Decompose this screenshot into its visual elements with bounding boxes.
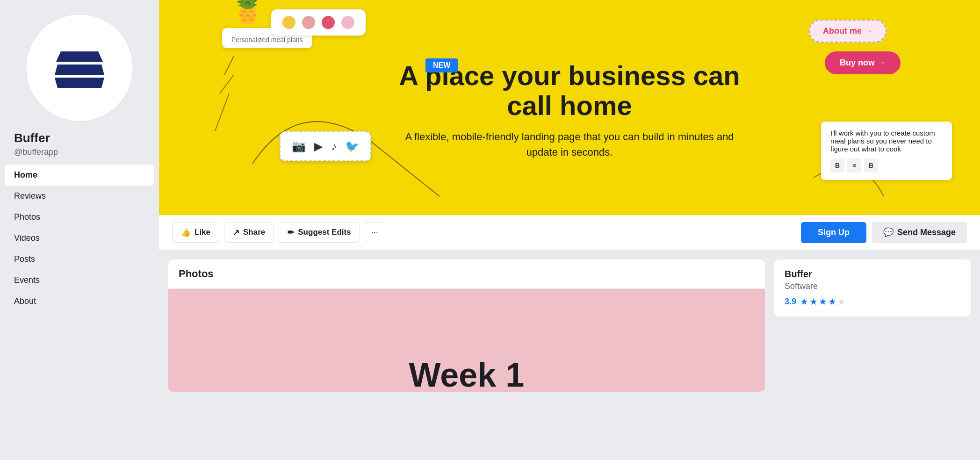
- share-icon: ↗: [233, 228, 239, 237]
- send-message-label: Send Message: [897, 228, 956, 237]
- meal-text-card: I'll work with you to create custom meal…: [821, 122, 952, 180]
- page-handle: @bufferapp: [14, 147, 58, 157]
- like-button[interactable]: 👍 Like: [172, 223, 219, 243]
- about-me-button[interactable]: About me →: [809, 20, 886, 43]
- sidebar-item-photos[interactable]: Photos: [5, 207, 154, 228]
- svg-marker-1: [55, 65, 104, 75]
- rating-number: 3.9: [785, 297, 796, 307]
- page-name: Buffer: [14, 131, 50, 145]
- tiktok-icon: ♪: [331, 140, 337, 153]
- dot-yellow: [282, 16, 295, 29]
- action-bar: 👍 Like ↗ Share ✏ Suggest Edits ··· Sign …: [159, 215, 980, 250]
- sidebar-item-reviews[interactable]: Reviews: [5, 186, 154, 207]
- photos-preview: Week 1: [168, 289, 765, 392]
- suggest-edits-label: Suggest Edits: [298, 228, 351, 237]
- youtube-icon: ▶: [314, 140, 323, 153]
- star-1: ★: [800, 296, 808, 307]
- toolbar-align[interactable]: ≡: [847, 158, 861, 172]
- sidebar-item-home[interactable]: Home: [5, 165, 154, 186]
- new-badge: NEW: [425, 58, 458, 72]
- star-5: ★: [837, 296, 846, 307]
- buffer-logo-svg: [54, 47, 105, 89]
- dot-red: [322, 16, 335, 29]
- content-area: Photos Week 1 Buffer Software 3.9 ★ ★ ★: [159, 250, 980, 401]
- info-sidebar: Buffer Software 3.9 ★ ★ ★ ★ ★: [774, 259, 971, 316]
- fruit-decoration: 🍍: [229, 0, 267, 26]
- main-content: 🍍 Personalized meal plans NEW A place yo…: [159, 0, 980, 401]
- instagram-icon: 📷: [292, 140, 306, 153]
- sidebar-item-events[interactable]: Events: [5, 270, 154, 291]
- dot-pink: [341, 16, 354, 29]
- star-3: ★: [819, 296, 827, 307]
- info-card-name: Buffer: [785, 269, 960, 280]
- toolbar-extra[interactable]: B: [864, 158, 878, 172]
- meal-text-toolbar: B ≡ B: [830, 158, 943, 172]
- star-rating: ★ ★ ★ ★ ★: [800, 296, 846, 307]
- share-label: Share: [243, 228, 265, 237]
- cover-area: 🍍 Personalized meal plans NEW A place yo…: [159, 0, 980, 215]
- cover-headline: A place your business can call home A fl…: [394, 61, 745, 160]
- social-card: 📷 ▶ ♪ 🐦: [280, 131, 371, 161]
- info-card: Buffer Software 3.9 ★ ★ ★ ★ ★: [774, 259, 971, 316]
- like-icon: 👍: [181, 228, 191, 237]
- logo: [54, 47, 105, 89]
- like-label: Like: [195, 228, 210, 237]
- avatar: [26, 14, 133, 122]
- more-button[interactable]: ···: [365, 223, 385, 242]
- rating-row: 3.9 ★ ★ ★ ★ ★: [785, 296, 960, 307]
- twitter-icon: 🐦: [345, 140, 359, 153]
- messenger-icon: 💬: [883, 227, 894, 237]
- week-text: Week 1: [409, 358, 525, 392]
- send-message-button[interactable]: 💬 Send Message: [872, 222, 967, 243]
- suggest-edits-button[interactable]: ✏ Suggest Edits: [279, 223, 360, 243]
- photos-header: Photos: [168, 259, 765, 289]
- cover-subtitle: A flexible, mobile-friendly landing page…: [394, 129, 745, 160]
- dot-salmon: [302, 16, 315, 29]
- action-buttons-left: 👍 Like ↗ Share ✏ Suggest Edits ···: [172, 223, 385, 243]
- sidebar-item-posts[interactable]: Posts: [5, 249, 154, 270]
- svg-marker-2: [55, 78, 104, 88]
- photos-section: Photos Week 1: [168, 259, 765, 392]
- svg-marker-0: [56, 51, 103, 62]
- nav-list: Home Reviews Photos Videos Posts Events …: [0, 165, 159, 312]
- dots-card: [271, 9, 366, 36]
- sidebar-item-about[interactable]: About: [5, 291, 154, 312]
- meal-text-content: I'll work with you to create custom meal…: [830, 129, 943, 153]
- sidebar: Buffer @bufferapp Home Reviews Photos Vi…: [0, 0, 159, 460]
- star-4: ★: [828, 296, 836, 307]
- share-button[interactable]: ↗ Share: [224, 223, 274, 243]
- info-card-category: Software: [785, 281, 960, 291]
- sign-up-button[interactable]: Sign Up: [801, 222, 866, 243]
- buy-now-button[interactable]: Buy now →: [825, 51, 901, 74]
- star-2: ★: [809, 296, 818, 307]
- toolbar-bold[interactable]: B: [830, 158, 844, 172]
- edit-icon: ✏: [288, 228, 294, 237]
- sidebar-item-videos[interactable]: Videos: [5, 228, 154, 249]
- action-buttons-right: Sign Up 💬 Send Message: [801, 222, 967, 243]
